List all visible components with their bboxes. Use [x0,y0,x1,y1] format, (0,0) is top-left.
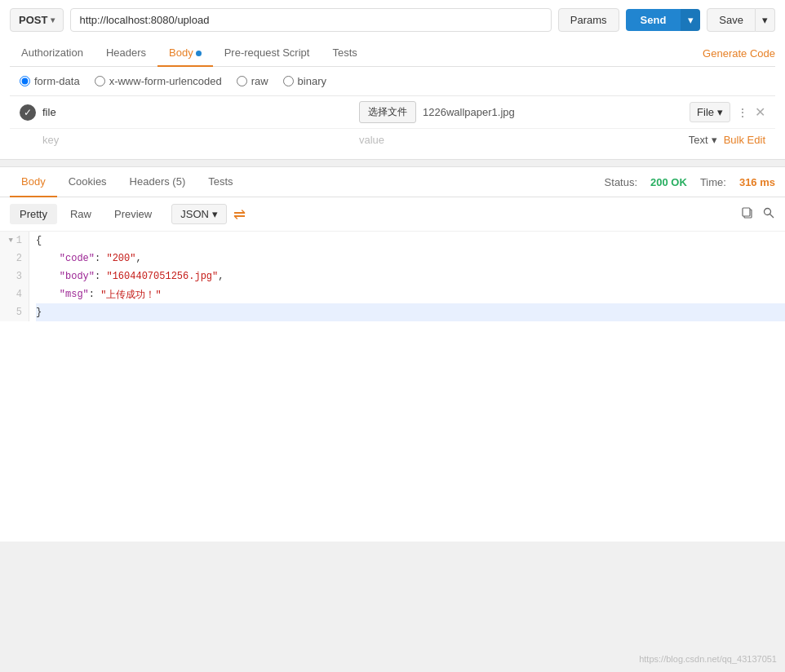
code-line-4: "msg": "上传成功！" [36,285,785,303]
file-type-select[interactable]: File ▾ [690,102,730,122]
code-lines: ▼ 1 2 3 4 5 { "code": "200", "body": "16… [0,232,785,321]
code-line-3: "body": "1604407051256.jpg", [36,267,785,285]
save-group: Save ▾ [707,8,775,32]
method-button[interactable]: POST ▾ [10,8,64,32]
file-select-button[interactable]: 选择文件 [359,101,416,123]
copy-icon[interactable] [741,206,754,223]
url-input[interactable] [70,8,551,32]
response-tab-body[interactable]: Body [10,167,57,197]
format-chevron-icon: ▾ [212,208,218,220]
bulk-edit-button[interactable]: Bulk Edit [724,134,765,146]
tab-headers[interactable]: Headers [95,40,157,67]
method-label: POST [19,14,47,26]
top-panel: POST ▾ Params Send ▾ Save ▾ Authorizatio… [0,0,785,160]
file-name-label: 1226wallpaper1.jpg [423,106,683,118]
raw-radio[interactable] [237,76,247,86]
generate-code-button[interactable]: Generate Code [703,47,775,60]
format-right-actions [741,206,775,223]
svg-rect-1 [743,208,750,216]
tab-body[interactable]: Body [157,40,213,67]
wrap-icon[interactable]: ⇌ [233,206,246,223]
url-encoded-radio[interactable] [95,76,105,86]
code-line-5: } [36,303,785,321]
key-placeholder: key [42,134,353,146]
code-line-2: "code": "200", [36,250,785,267]
row-close-icon[interactable]: ✕ [755,104,765,120]
file-type-chevron-icon: ▾ [717,106,723,118]
row-options-icon[interactable]: ⋮ [737,106,748,119]
form-file-row: ✓ file 选择文件 1226wallpaper1.jpg File ▾ ⋮ … [10,96,775,129]
send-dropdown-button[interactable]: ▾ [681,9,700,31]
form-data-table: ✓ file 选择文件 1226wallpaper1.jpg File ▾ ⋮ … [10,96,775,151]
collapse-arrow-1[interactable]: ▼ [8,237,12,245]
body-dot [196,51,202,56]
tab-pre-request[interactable]: Pre-request Script [213,40,322,67]
format-tab-pretty[interactable]: Pretty [10,204,57,224]
line-num-4: 4 [7,285,22,303]
request-tabs-row: Authorization Headers Body Pre-request S… [10,40,775,67]
line-num-3: 3 [7,267,22,285]
line-num-2: 2 [7,250,22,267]
response-status: Status: 200 OK Time: 316 ms [605,176,775,188]
bottom-panel: Body Cookies Headers (5) Tests Status: 2… [0,166,785,542]
code-content: { "code": "200", "body": "1604407051256.… [29,232,785,321]
key-row: key value Text ▾ Bulk Edit [10,129,775,151]
save-button[interactable]: Save [707,8,756,32]
line-num-5: 5 [7,303,22,321]
raw-option[interactable]: raw [237,75,268,87]
binary-option[interactable]: binary [283,75,326,87]
response-tab-headers[interactable]: Headers (5) [118,167,197,197]
method-chevron-icon: ▾ [51,15,55,24]
text-type-chevron-icon: ▾ [712,134,717,146]
svg-line-3 [770,214,774,218]
format-tab-preview[interactable]: Preview [104,204,162,224]
response-tab-cookies[interactable]: Cookies [57,167,118,197]
line-numbers: ▼ 1 2 3 4 5 [0,232,29,321]
svg-point-2 [765,208,771,214]
value-placeholder: value [359,134,682,146]
binary-radio[interactable] [283,76,294,86]
tab-tests[interactable]: Tests [321,40,368,67]
send-button[interactable]: Send [626,9,681,31]
response-tabs-row: Body Cookies Headers (5) Tests Status: 2… [0,167,785,197]
body-options: form-data x-www-form-urlencoded raw bina… [10,67,775,96]
save-dropdown-button[interactable]: ▾ [756,8,775,32]
search-icon[interactable] [762,206,775,223]
form-data-radio[interactable] [20,76,30,86]
send-group: Send ▾ [626,9,701,31]
tab-authorization[interactable]: Authorization [10,40,95,67]
code-line-1: { [36,232,785,250]
response-format-bar: Pretty Raw Preview JSON ▾ ⇌ [0,197,785,232]
row-check-icon[interactable]: ✓ [20,104,36,121]
request-bar: POST ▾ Params Send ▾ Save ▾ [10,8,775,32]
form-data-option[interactable]: form-data [20,75,80,87]
code-editor: ▼ 1 2 3 4 5 { "code": "200", "body": "16… [0,232,785,542]
format-tab-raw[interactable]: Raw [60,204,101,224]
format-type-select[interactable]: JSON ▾ [171,204,227,224]
response-tab-tests[interactable]: Tests [197,167,244,197]
params-button[interactable]: Params [558,8,619,32]
url-encoded-option[interactable]: x-www-form-urlencoded [95,75,222,87]
text-type-select[interactable]: Text ▾ [689,134,717,146]
form-key-field: file [42,106,353,118]
line-num-1: ▼ 1 [7,232,22,250]
